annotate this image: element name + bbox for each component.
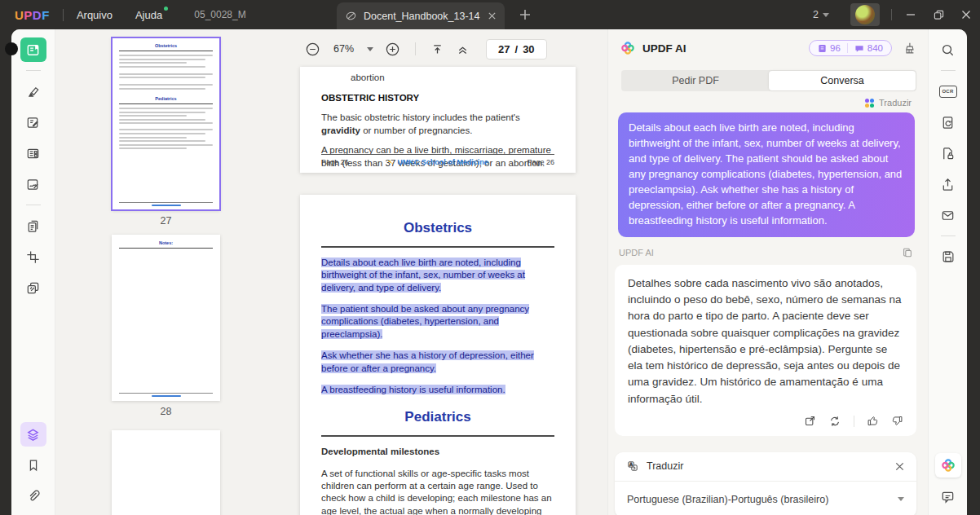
svg-text:A: A <box>629 462 633 467</box>
chevron-down-icon <box>823 13 829 17</box>
zoom-in-button[interactable] <box>385 42 400 57</box>
page-separator: / <box>515 43 519 55</box>
save-button[interactable] <box>935 244 961 269</box>
tab-05-0028-m[interactable]: 05_0028_M <box>163 0 277 29</box>
ai-credits-pill[interactable]: 96 840 <box>809 40 892 56</box>
pdf-text: The basic obstetric history includes the… <box>321 112 520 122</box>
pdf-bold-text: gravidity <box>321 125 360 135</box>
pdf-title: Pediatrics <box>321 396 554 427</box>
document-icon <box>818 44 827 53</box>
feedback-button[interactable] <box>935 484 961 508</box>
new-tab-button[interactable] <box>517 7 533 23</box>
clear-chat-icon[interactable] <box>902 41 916 55</box>
avatar <box>855 5 875 24</box>
language-select[interactable]: Portuguese (Brazilian)-Português (brasil… <box>615 482 916 515</box>
tab-conversa[interactable]: Conversa <box>769 71 916 90</box>
share-button[interactable] <box>935 172 961 196</box>
viewer-toolbar: 67% 27 / 30 <box>269 33 607 65</box>
ocr-button[interactable]: OCR <box>935 79 961 103</box>
mini-footer <box>119 202 213 206</box>
sign-button[interactable] <box>20 172 46 196</box>
ai-response-card: Detalhes sobre cada nascimento vivo são … <box>615 265 916 436</box>
thumbnail-page-28[interactable]: Notes: <box>112 235 220 401</box>
page-credits: 96 <box>818 43 841 53</box>
account-button[interactable] <box>850 3 880 26</box>
ocr-icon: OCR <box>939 86 957 98</box>
tab-close-icon[interactable] <box>488 11 497 20</box>
thumbnail-page-27[interactable]: Obstetrics Pediatrics <box>112 37 220 210</box>
regenerate-icon[interactable] <box>828 415 841 428</box>
action-chip-label: Traduzir <box>879 98 912 108</box>
attachment-button[interactable] <box>20 484 46 508</box>
current-page: 27 <box>498 43 510 55</box>
convert-button[interactable] <box>935 110 961 134</box>
actions-divider <box>854 416 854 427</box>
protect-button[interactable] <box>935 141 961 165</box>
thumbnail-panel: Obstetrics Pediatrics 27 Notes: 28 <box>55 29 269 515</box>
first-page-button[interactable] <box>430 42 444 56</box>
right-toolbar: OCR <box>928 29 967 515</box>
mail-button[interactable] <box>935 203 961 227</box>
translate-close-icon[interactable] <box>894 461 905 472</box>
reader-mode-button[interactable] <box>20 37 46 62</box>
close-button[interactable] <box>952 0 980 29</box>
previous-page-button[interactable] <box>456 42 470 56</box>
titlebar: UPDF Arquivo Ajuda 05_0028_M Docent_Hand… <box>0 0 980 29</box>
edit-pdf-button[interactable] <box>20 110 46 134</box>
pdf-subheading: Developmental milestones <box>321 447 439 456</box>
tab-pedir-pdf[interactable]: Pedir PDF <box>622 71 769 90</box>
restore-button[interactable] <box>925 0 952 29</box>
panel-collapse-handle[interactable] <box>5 42 18 55</box>
organize-pages-button[interactable] <box>20 213 46 238</box>
ai-response-text: Detalhes sobre cada nascimento vivo são … <box>628 275 903 407</box>
chevron-down-icon <box>898 497 904 501</box>
thumbs-up-icon[interactable] <box>867 415 879 427</box>
pdf-text: abortion <box>321 72 554 85</box>
tab-docent-handbook[interactable]: Docent_Handbook_13-14 <box>337 2 505 29</box>
zoom-level: 67% <box>333 43 354 55</box>
pdf-page-26[interactable]: abortion OBSTETRIC HISTORY The basic obs… <box>300 67 576 173</box>
rail-divider <box>941 70 956 71</box>
copy-icon[interactable] <box>902 247 913 258</box>
page-number-label: 28 <box>112 401 220 425</box>
logo-letter: D <box>33 8 42 22</box>
tab-counter-dropdown[interactable]: 2 <box>813 9 829 20</box>
ai-panel-header: UPDF AI 96 840 <box>608 33 928 64</box>
footer-page-number: Page 26 <box>527 157 554 167</box>
bookmark-button[interactable] <box>20 453 46 478</box>
pdf-rule <box>321 246 554 248</box>
thumbs-down-icon[interactable] <box>891 415 903 427</box>
crop-button[interactable] <box>20 244 46 269</box>
pdf-page-27[interactable]: Obstetrics Details about each live birth… <box>300 195 576 515</box>
menu-arquivo[interactable]: Arquivo <box>77 9 113 21</box>
chat-credits: 840 <box>847 43 883 53</box>
mini-heading: Notes: <box>112 240 220 245</box>
search-button[interactable] <box>935 37 961 62</box>
footer-page-number: Page 26 <box>321 157 349 167</box>
convert-slides-button[interactable] <box>20 275 46 300</box>
page-number-input[interactable]: 27 / 30 <box>486 39 547 59</box>
menu-ajuda[interactable]: Ajuda <box>135 9 162 21</box>
export-icon[interactable] <box>804 415 816 427</box>
footer-logo-text: UMKC School of Medicine <box>397 157 488 167</box>
pdf-paragraph: The basic obstetric history includes the… <box>321 112 554 137</box>
pdf-paragraph: A set of functional skills or age-specif… <box>321 468 554 515</box>
mini-heading: Obstetrics <box>112 43 220 48</box>
translate-card-title: Traduzir <box>647 460 894 472</box>
highlighted-text: A breastfeeding history is useful inform… <box>321 385 505 394</box>
updf-ai-button[interactable] <box>935 453 961 478</box>
zoom-dropdown-icon[interactable] <box>367 47 373 51</box>
highlighted-text: The patient should be asked about any pr… <box>321 304 529 339</box>
tab-count: 2 <box>813 9 819 20</box>
minimize-button[interactable] <box>897 0 925 29</box>
left-toolbar <box>11 29 55 515</box>
form-button[interactable] <box>20 141 46 165</box>
pdf-page-footer: Page 26 UMKC School of Medicine Page 26 <box>321 154 554 167</box>
user-message-bubble: Details about each live birth are noted,… <box>618 112 915 237</box>
thumbnail-panel-button[interactable] <box>20 422 46 447</box>
zoom-out-button[interactable] <box>305 42 320 57</box>
annotate-button[interactable] <box>20 79 46 103</box>
thumbnail-page-29[interactable] <box>112 430 220 515</box>
logo-letter: P <box>24 8 33 22</box>
translate-icon: A <box>626 460 639 473</box>
